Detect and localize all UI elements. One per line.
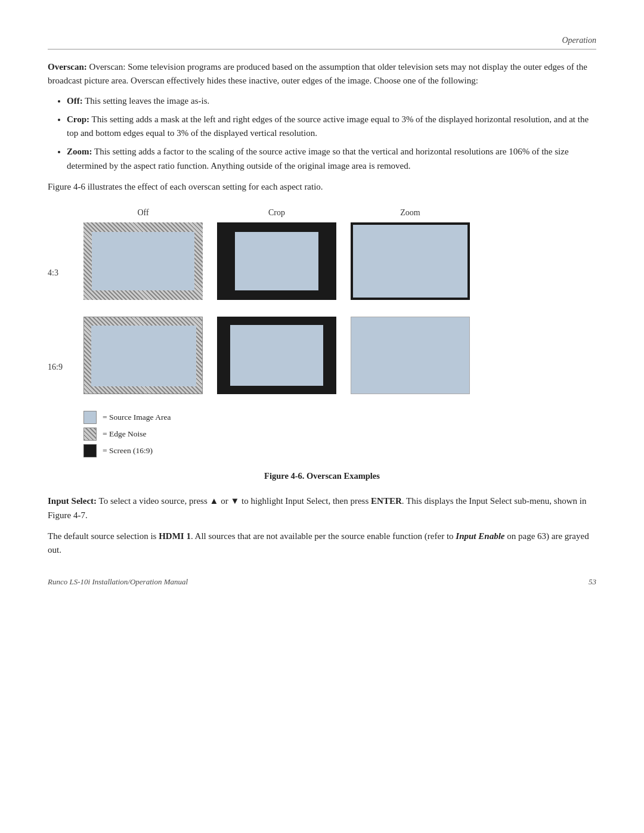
page: Operation Overscan: Overscan: Some telev… bbox=[0, 0, 644, 617]
crop-bold: Crop: bbox=[67, 114, 89, 124]
column-headers: Off Crop Zoom bbox=[83, 208, 596, 218]
row-4-3-cells bbox=[83, 222, 470, 300]
source-area-16-9-zoom bbox=[351, 317, 469, 394]
main-content: Overscan: Overscan: Some television prog… bbox=[48, 60, 596, 557]
header-divider bbox=[48, 49, 596, 49]
legend-source-box bbox=[83, 411, 97, 424]
bullet-zoom: Zoom: This setting adds a factor to the … bbox=[67, 145, 596, 173]
enter-bold: ENTER bbox=[371, 496, 402, 506]
input-select-bold: Input Select: bbox=[48, 496, 97, 506]
col-header-crop: Crop bbox=[217, 208, 336, 218]
source-area-zoom bbox=[353, 225, 467, 298]
section-label: Operation bbox=[562, 36, 596, 45]
source-area bbox=[92, 232, 194, 290]
row-label-16-9: 16:9 bbox=[48, 339, 83, 372]
legend: = Source Image Area = Edge Noise = Scree… bbox=[83, 411, 596, 457]
legend-screen: = Screen (16:9) bbox=[83, 444, 596, 457]
diagram-16-9-off bbox=[83, 317, 203, 394]
row-16-9: 16:9 bbox=[48, 317, 596, 394]
row-4-3: 4:3 bbox=[48, 222, 596, 300]
row-label-4-3: 4:3 bbox=[48, 244, 83, 278]
legend-noise: = Edge Noise bbox=[83, 428, 596, 441]
legend-noise-label: = Edge Noise bbox=[103, 429, 147, 439]
legend-source-label: = Source Image Area bbox=[103, 413, 171, 422]
overscan-intro-text: Overscan: Some television programs are p… bbox=[48, 62, 587, 85]
diagram-4-3-crop bbox=[217, 222, 336, 300]
default-source-para: The default source selection is HDMI 1. … bbox=[48, 529, 596, 558]
figure-title-text: Figure 4-6. Overscan Examples bbox=[264, 471, 380, 481]
diagram-4-3-off bbox=[83, 222, 203, 300]
figure-title: Figure 4-6. Overscan Examples bbox=[48, 469, 596, 482]
right-bar bbox=[467, 222, 470, 300]
col-header-off: Off bbox=[83, 208, 203, 218]
source-area-crop bbox=[235, 232, 318, 290]
bullet-list: Off: This setting leaves the image as-is… bbox=[48, 94, 596, 173]
diagram-16-9-crop bbox=[217, 317, 336, 394]
zoom-bold: Zoom: bbox=[67, 147, 92, 156]
input-enable-bold-italic: Input Enable bbox=[456, 531, 504, 541]
input-select-para: Input Select: To select a video source, … bbox=[48, 494, 596, 522]
bullet-off: Off: This setting leaves the image as-is… bbox=[67, 94, 596, 108]
legend-screen-label: = Screen (16:9) bbox=[103, 446, 153, 456]
bullet-crop: Crop: This setting adds a mask at the le… bbox=[67, 113, 596, 141]
footer: Runco LS-10i Installation/Operation Manu… bbox=[48, 577, 596, 587]
off-bold: Off: bbox=[67, 96, 83, 106]
bottom-bar bbox=[351, 298, 470, 300]
footer-left: Runco LS-10i Installation/Operation Manu… bbox=[48, 577, 188, 587]
legend-source: = Source Image Area bbox=[83, 411, 596, 424]
left-bar bbox=[351, 222, 353, 300]
legend-screen-box bbox=[83, 444, 97, 457]
figure-intro-text: Figure 4-6 illustrates the effect of eac… bbox=[48, 182, 323, 191]
figure-intro: Figure 4-6 illustrates the effect of eac… bbox=[48, 180, 596, 194]
diagram-4-3-zoom bbox=[351, 222, 470, 300]
legend-noise-box bbox=[83, 428, 97, 441]
top-bar bbox=[351, 222, 470, 225]
footer-right: 53 bbox=[589, 577, 596, 587]
section-header: Operation bbox=[48, 36, 596, 45]
hdmi1-bold: HDMI 1 bbox=[159, 531, 191, 541]
source-area-16-9-crop bbox=[230, 325, 323, 386]
source-area-16-9-off bbox=[91, 326, 196, 386]
diagram-16-9-zoom bbox=[351, 317, 470, 394]
col-header-zoom: Zoom bbox=[351, 208, 470, 218]
overscan-figure: Off Crop Zoom 4:3 bbox=[48, 208, 596, 457]
overscan-intro-para: Overscan: Overscan: Some television prog… bbox=[48, 60, 596, 88]
row-16-9-cells bbox=[83, 317, 470, 394]
overscan-bold: Overscan: bbox=[48, 62, 87, 72]
